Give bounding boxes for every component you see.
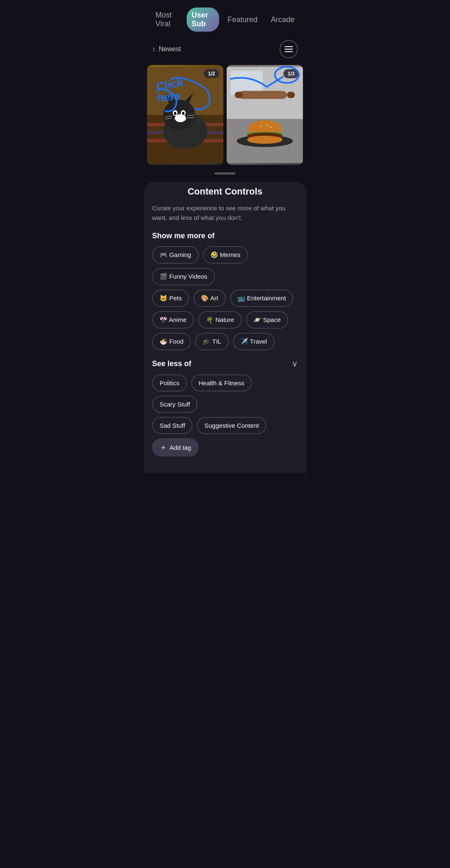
- svg-point-28: [260, 125, 262, 127]
- see-less-tag-health-fitness[interactable]: Health & Fitness: [191, 374, 252, 392]
- tag-travel[interactable]: ✈️ Travel: [233, 333, 275, 350]
- svg-rect-24: [235, 92, 242, 98]
- see-less-label: See less of: [152, 359, 191, 368]
- nav-item-arcade[interactable]: Arcade: [266, 12, 300, 27]
- show-more-label: Show me more of: [152, 232, 298, 240]
- cat-image: [147, 65, 223, 165]
- cat-card[interactable]: 1/2 Click here: [147, 65, 223, 165]
- show-more-tag-row: 🎌 Anime🌴 Nature🪐 Space: [152, 311, 298, 329]
- see-less-tag-sad-stuff[interactable]: Sad Stuff: [152, 417, 192, 434]
- sort-control[interactable]: ↕ Newest: [152, 45, 181, 53]
- content-controls-panel: Content Controls Curate your experience …: [144, 182, 306, 473]
- tag-pets[interactable]: 🐱 Pets: [152, 289, 189, 307]
- sort-label: Newest: [159, 45, 181, 53]
- nav-item-featured[interactable]: Featured: [222, 12, 262, 27]
- sort-bar: ↕ Newest: [144, 37, 306, 62]
- tag-anime[interactable]: 🎌 Anime: [152, 311, 194, 329]
- see-less-tag-suggestive-content[interactable]: Suggestive Content: [197, 417, 266, 434]
- tag-food[interactable]: 🍜 Food: [152, 333, 191, 350]
- svg-point-34: [247, 136, 282, 144]
- food-card[interactable]: 1/3: [227, 65, 303, 165]
- svg-point-13: [175, 114, 186, 122]
- tag-art[interactable]: 🎨 Art: [193, 289, 226, 307]
- nav-item-most-viral[interactable]: Most Viral: [150, 7, 183, 32]
- image-grid: 1/2 Click here: [144, 65, 306, 165]
- svg-point-29: [265, 124, 268, 126]
- food-image: [227, 65, 303, 165]
- see-less-header: See less of ∨: [152, 359, 298, 369]
- tag-til[interactable]: 🎓 TIL: [195, 333, 229, 350]
- show-more-tag-row: 🍜 Food🎓 TIL✈️ Travel: [152, 333, 298, 350]
- see-less-tag-politics[interactable]: Politics: [152, 374, 187, 392]
- menu-button[interactable]: [280, 40, 298, 58]
- bottom-sheet-handle: [144, 165, 306, 179]
- svg-point-30: [270, 126, 272, 128]
- controls-description: Curate your experience to see more of wh…: [152, 204, 298, 222]
- add-tag-label: Add tag: [170, 444, 191, 451]
- plus-icon: ＋: [160, 442, 167, 452]
- tag-nature[interactable]: 🌴 Nature: [198, 311, 242, 329]
- card-badge-1: 1/2: [204, 69, 219, 78]
- tag-gaming[interactable]: 🎮 Gaming: [152, 246, 199, 264]
- card-badge-2: 1/3: [283, 69, 299, 78]
- controls-title: Content Controls: [152, 182, 298, 204]
- show-more-tag-row: 🐱 Pets🎨 Art📺 Entertainment: [152, 289, 298, 307]
- top-navigation: Most ViralUser SubFeaturedArcade: [144, 0, 306, 37]
- handle-indicator: [215, 172, 235, 175]
- tag-memes[interactable]: 🤣 Memes: [203, 246, 248, 264]
- tag-space[interactable]: 🪐 Space: [246, 311, 288, 329]
- nav-item-user-sub[interactable]: User Sub: [187, 7, 219, 32]
- see-less-tag-scary-stuff[interactable]: Scary Stuff: [152, 396, 198, 413]
- svg-point-11: [174, 112, 177, 115]
- add-tag-button[interactable]: ＋Add tag: [152, 438, 199, 456]
- tag-funny-videos[interactable]: 🎬 Funny Videos: [152, 268, 215, 285]
- svg-rect-25: [287, 92, 295, 98]
- tag-entertainment[interactable]: 📺 Entertainment: [230, 289, 294, 307]
- chevron-down-icon[interactable]: ∨: [292, 359, 298, 369]
- hamburger-icon: [285, 46, 293, 52]
- svg-rect-23: [239, 91, 287, 99]
- sort-icon: ↕: [152, 45, 155, 53]
- show-more-tag-row: 🎮 Gaming🤣 Memes🎬 Funny Videos: [152, 246, 298, 285]
